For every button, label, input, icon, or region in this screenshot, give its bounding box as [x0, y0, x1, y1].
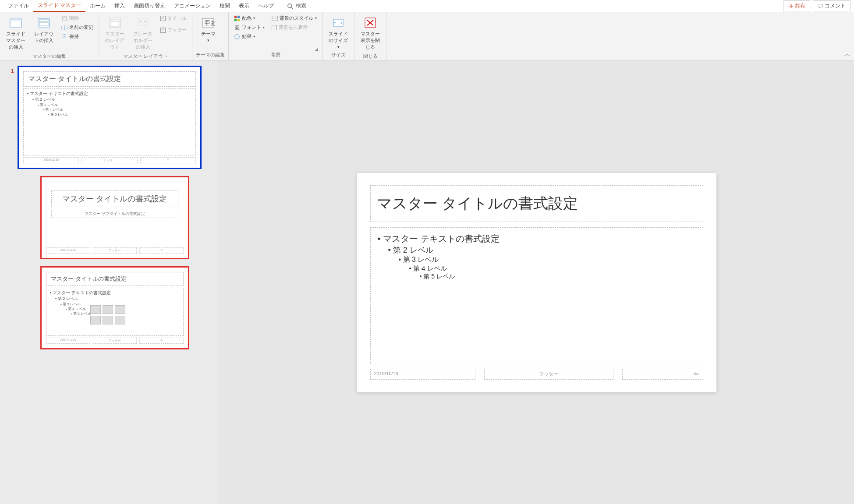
- rename-label: 名前の変更: [69, 24, 93, 31]
- theme-label: テーマ: [201, 31, 216, 37]
- tab-insert[interactable]: 挿入: [110, 0, 129, 11]
- tab-view[interactable]: 表示: [234, 0, 254, 11]
- layout-thumbnail-2[interactable]: マスター タイトルの書式設定 マスター テキストの書式設定 第 2 レベル 第 …: [40, 266, 189, 349]
- group-label-background: 背景: [232, 51, 319, 58]
- master-layout-button[interactable]: マスターのレイアウト: [103, 14, 127, 52]
- tab-file[interactable]: ファイル: [4, 0, 33, 11]
- bg-styles-button[interactable]: 背景のスタイル ▾: [270, 14, 319, 22]
- date-placeholder[interactable]: 2019/10/16: [370, 369, 475, 380]
- body-placeholder[interactable]: マスター テキストの書式設定 第 2 レベル 第 3 レベル 第 4 レベル 第…: [370, 227, 703, 364]
- master-thumbnail[interactable]: マスター タイトルの書式設定 マスター テキストの書式設定 第 2 レベル 第 …: [18, 66, 202, 169]
- thumb-title: マスター タイトルの書式設定: [51, 190, 178, 207]
- svg-text:+: +: [39, 17, 42, 22]
- chevron-down-icon: ▾: [337, 45, 340, 49]
- close-master-label: マスター表示を閉じる: [359, 31, 382, 50]
- ribbon-group-master-edit: スライド マスターの挿入 + レイアウトの挿入 削除 名前の変更: [0, 12, 99, 60]
- tab-review[interactable]: 校閲: [215, 0, 234, 11]
- chevron-down-icon: ▾: [263, 25, 265, 29]
- chevron-down-icon: ▾: [253, 16, 255, 20]
- thumb-body: マスター テキストの書式設定 第 2 レベル 第 3 レベル 第 4 レベル 第…: [46, 288, 184, 336]
- effects-button[interactable]: 効果 ▾: [232, 32, 266, 41]
- body-level-2: 第 2 レベル: [388, 245, 696, 255]
- close-master-view-button[interactable]: マスター表示を閉じる: [358, 14, 383, 52]
- thumb-footer: フッター: [93, 247, 137, 254]
- page-number-placeholder[interactable]: ‹#›: [622, 369, 703, 380]
- thumb-subtitle: マスター サブタイトルの書式設定: [51, 210, 178, 218]
- share-label: 共有: [795, 2, 805, 10]
- theme-button[interactable]: 亜あ テーマ ▾: [196, 14, 220, 44]
- svg-point-18: [144, 21, 146, 22]
- slide-master-editor[interactable]: マスター タイトルの書式設定 マスター テキストの書式設定 第 2 レベル 第 …: [357, 173, 716, 392]
- body-level-3: 第 3 レベル: [399, 255, 696, 264]
- svg-rect-9: [63, 17, 67, 21]
- colors-icon: [234, 15, 240, 21]
- insert-slide-master-button[interactable]: スライド マスターの挿入: [4, 14, 28, 52]
- placeholder-icon: [136, 16, 150, 30]
- rename-button[interactable]: 名前の変更: [60, 23, 95, 32]
- master-layout-label: マスターのレイアウト: [103, 31, 126, 50]
- search-icon: [287, 3, 293, 9]
- svg-rect-21: [234, 15, 237, 18]
- svg-rect-4: [10, 18, 21, 21]
- delete-icon: [61, 15, 67, 21]
- tab-transitions[interactable]: 画面切り替え: [129, 0, 170, 11]
- layout-icon: +: [37, 16, 51, 30]
- slide-size-button[interactable]: スライドのサイズ ▾: [326, 14, 351, 51]
- footer-placeholder[interactable]: フッター: [484, 369, 614, 380]
- body-level-5: 第 5 レベル: [420, 273, 696, 281]
- tab-slide-master[interactable]: スライド マスター: [33, 0, 85, 12]
- group-label-close: 閉じる: [358, 52, 383, 60]
- background-dialog-launcher[interactable]: ◢: [315, 47, 320, 52]
- close-icon: [363, 16, 377, 30]
- layout-thumbnail-1[interactable]: マスター タイトルの書式設定 マスター サブタイトルの書式設定 2019/10/…: [40, 176, 189, 259]
- comment-button[interactable]: コメント: [813, 0, 850, 11]
- hide-bg-label: 背景を非表示: [279, 24, 308, 31]
- share-button[interactable]: 共有: [783, 0, 810, 11]
- thumb-title: マスター タイトルの書式設定: [46, 272, 184, 286]
- fonts-label: フォント: [242, 24, 261, 31]
- footer-checkbox-label: フッター: [167, 27, 187, 33]
- svg-text:亜: 亜: [235, 25, 240, 30]
- main-area: 1 マスター タイトルの書式設定 マスター テキストの書式設定 第 2 レベル …: [0, 60, 854, 504]
- fonts-button[interactable]: 亜 フォント ▾: [232, 23, 266, 32]
- ribbon-group-theme-edit: 亜あ テーマ ▾ テーマの編集: [192, 12, 229, 60]
- body-level-4: 第 4 レベル: [409, 264, 696, 273]
- slide-master-icon: [9, 16, 23, 30]
- tab-animations[interactable]: アニメーション: [170, 0, 215, 11]
- thumb-footer: フッター: [82, 157, 137, 163]
- insert-placeholder-button[interactable]: プレースホルダーの挿入: [131, 14, 155, 52]
- svg-rect-16: [138, 19, 148, 26]
- chevron-up-icon: ︿: [844, 50, 850, 57]
- insert-placeholder-label: プレースホルダーの挿入: [131, 31, 154, 50]
- colors-button[interactable]: 配色 ▾: [232, 14, 266, 22]
- hide-bg-checkbox[interactable]: 背景を非表示: [270, 23, 319, 32]
- title-placeholder[interactable]: マスター タイトルの書式設定: [370, 185, 703, 222]
- ribbon: スライド マスターの挿入 + レイアウトの挿入 削除 名前の変更: [0, 12, 854, 60]
- search-box[interactable]: 検索: [287, 2, 306, 10]
- footer-checkbox[interactable]: フッター: [159, 26, 188, 34]
- thumb-footer: フッター: [93, 338, 137, 344]
- thumb-page: #: [139, 338, 184, 344]
- insert-slide-master-label: スライド マスターの挿入: [4, 31, 27, 50]
- collapse-ribbon-button[interactable]: ︿: [844, 50, 850, 58]
- delete-button[interactable]: 削除: [60, 14, 95, 22]
- preserve-button[interactable]: 保持: [60, 32, 95, 41]
- comment-icon: [818, 4, 823, 9]
- menu-bar: ファイル スライド マスター ホーム 挿入 画面切り替え アニメーション 校閲 …: [0, 0, 854, 12]
- fonts-icon: 亜: [234, 25, 240, 31]
- insert-layout-button[interactable]: + レイアウトの挿入: [32, 14, 56, 46]
- title-checkbox[interactable]: タイトル: [159, 14, 188, 22]
- body-level-1: マスター テキストの書式設定: [378, 233, 696, 245]
- preserve-icon: [61, 34, 67, 40]
- thumb-title: マスター タイトルの書式設定: [23, 71, 196, 87]
- slide-canvas[interactable]: マスター タイトルの書式設定 マスター テキストの書式設定 第 2 レベル 第 …: [219, 60, 854, 504]
- group-label-master-layout: マスター レイアウト: [103, 52, 188, 60]
- title-checkbox-label: タイトル: [167, 15, 187, 21]
- master-number: 1: [5, 66, 14, 74]
- tab-home[interactable]: ホーム: [85, 0, 110, 11]
- tab-help[interactable]: ヘルプ: [254, 0, 278, 11]
- thumb-page: #: [139, 247, 184, 254]
- delete-label: 削除: [69, 15, 79, 21]
- checkbox-icon: [160, 28, 166, 33]
- thumbnail-panel[interactable]: 1 マスター タイトルの書式設定 マスター テキストの書式設定 第 2 レベル …: [0, 60, 219, 504]
